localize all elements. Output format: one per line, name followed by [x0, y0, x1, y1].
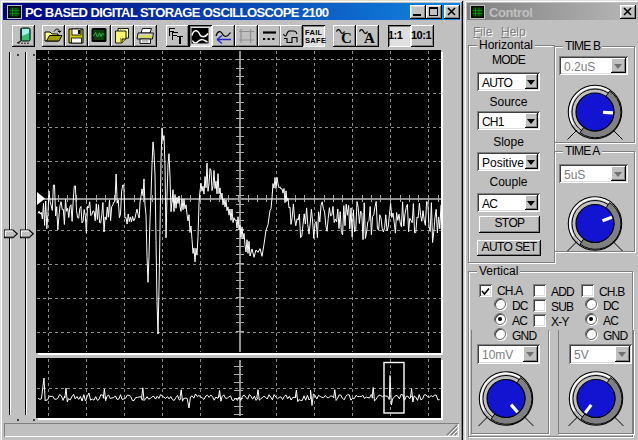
- svg-text:A: A: [364, 30, 375, 46]
- svg-text:C: C: [341, 30, 352, 46]
